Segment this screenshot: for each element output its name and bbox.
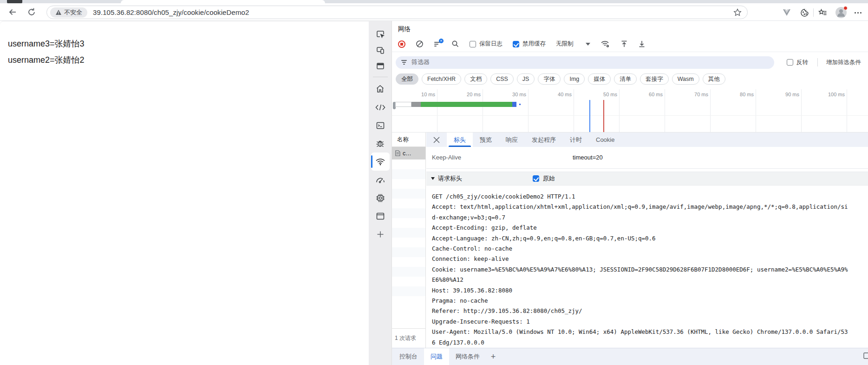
drawer-tab[interactable]: 网络条件 [449, 348, 486, 365]
raw-header-line: Host: 39.105.36.82:8080 [432, 285, 868, 296]
timeline-tick-label: 70 ms [694, 92, 708, 97]
request-headers-section-header[interactable]: 请求标头 原始 [426, 172, 868, 186]
detail-tab[interactable]: 计时 [563, 133, 589, 147]
favorites-hub-icon[interactable] [817, 7, 828, 18]
extensions-icon[interactable] [799, 7, 810, 18]
memory-icon[interactable] [371, 189, 390, 207]
site-security-badge[interactable]: 不安全 [50, 7, 87, 18]
disable-cache-checkbox[interactable] [513, 41, 519, 47]
timeline-tick-label: 40 ms [558, 92, 572, 97]
preserve-log-label[interactable]: 保留日志 [479, 40, 503, 48]
timeline-overview[interactable]: 10 ms20 ms30 ms40 ms50 ms60 ms70 ms80 ms… [392, 89, 868, 133]
request-type-chip[interactable]: CSS [490, 73, 514, 85]
address-bar[interactable]: 不安全 39.105.36.82:8080/ch05_zjy/cookie/co… [46, 6, 748, 19]
request-type-chip[interactable]: Wasm [672, 73, 699, 85]
clear-icon[interactable] [416, 40, 424, 48]
dock-side-icon[interactable] [863, 352, 868, 359]
request-type-chip[interactable]: 其他 [703, 73, 725, 85]
back-icon[interactable] [7, 7, 18, 18]
throttling-caret-icon[interactable] [586, 43, 590, 46]
close-detail-icon[interactable] [426, 133, 447, 147]
drawer-tab[interactable]: 问题 [424, 348, 449, 365]
detail-tab-bar: 标头预览响应发起程序计时Cookie [426, 133, 868, 147]
raw-header-line: d-exchange;v=b3;q=0.7 [432, 212, 868, 223]
raw-header-line: 6 Edg/137.0.0.0 [432, 338, 868, 348]
import-har-icon[interactable] [620, 40, 628, 48]
request-row-selected[interactable]: c… [392, 147, 425, 159]
invert-label[interactable]: 反转 [796, 59, 808, 66]
invert-checkbox[interactable] [787, 59, 793, 66]
request-count-status: 1 次请求 [392, 328, 426, 348]
more-tools-icon[interactable] [371, 225, 390, 243]
request-type-chip[interactable]: Fetch/XHR [422, 73, 461, 85]
device-emulation-icon[interactable] [371, 42, 390, 58]
record-network-log-button[interactable] [398, 40, 405, 48]
network-conditions-icon[interactable] [600, 40, 610, 48]
request-type-chip[interactable]: 套接字 [640, 73, 669, 85]
timeline-tick-label: 50 ms [603, 92, 617, 97]
home-icon[interactable] [371, 80, 390, 98]
timeline-segment: 10 ms [392, 89, 437, 133]
application-icon[interactable] [371, 207, 390, 225]
network-icon[interactable] [371, 153, 390, 171]
timeline-tick-label: 60 ms [649, 92, 663, 97]
raw-header-line: Referer: http://39.105.36.82:8080/ch05_z… [432, 306, 868, 316]
request-type-chip[interactable]: 清单 [614, 73, 637, 85]
bookmark-star-icon[interactable] [732, 7, 743, 18]
filter-input-icon [401, 59, 407, 66]
waterfall-download-segment [421, 102, 512, 107]
request-type-chip[interactable]: JS [517, 73, 535, 85]
content-area: username3=张婧怡3 username2=张婧怡2 [0, 21, 868, 365]
inspect-icon[interactable] [371, 27, 390, 42]
more-menu-icon[interactable] [852, 7, 863, 18]
timeline-segment: 40 ms [529, 89, 574, 133]
timeline-segment: 20 ms [437, 89, 483, 133]
vue-devtools-icon[interactable] [781, 7, 792, 18]
detail-tab[interactable]: Cookie [589, 133, 621, 147]
request-type-chip[interactable]: 全部 [396, 73, 418, 85]
add-drawer-tab-icon[interactable]: + [486, 348, 500, 365]
detail-tab[interactable]: 发起程序 [525, 133, 563, 147]
request-type-chip[interactable]: 文档 [464, 73, 487, 85]
network-panel: 网络 ✕ 保留日志 禁用缓存 无限制 [392, 21, 868, 365]
throttling-select[interactable]: 无限制 [556, 40, 574, 48]
timeline-ruler: 10 ms20 ms30 ms40 ms50 ms60 ms70 ms80 ms… [392, 89, 847, 133]
profile-avatar[interactable] [835, 7, 847, 18]
url-text[interactable]: 39.105.36.82:8080/ch05_zjy/cookie/cookie… [93, 8, 249, 16]
timeline-tick-label: 80 ms [740, 92, 754, 97]
console-icon[interactable] [371, 116, 390, 134]
request-type-chip[interactable]: Img [564, 73, 585, 85]
debugger-icon[interactable] [371, 134, 390, 153]
request-type-chip[interactable]: 字体 [538, 73, 561, 85]
sources-icon[interactable] [371, 98, 390, 116]
welcome-icon[interactable] [371, 58, 390, 74]
export-har-icon[interactable] [638, 40, 646, 48]
header-name: Keep-Alive [426, 154, 573, 168]
waterfall-tip-segment [512, 102, 516, 107]
drawer-tabs: 控制台问题网络条件 [393, 348, 486, 365]
more-filters-button[interactable]: 增加筛选条件 [826, 59, 861, 66]
request-waterfall-bar[interactable] [395, 102, 516, 107]
drawer-tab[interactable]: 控制台 [393, 348, 424, 365]
disable-cache-label[interactable]: 禁用缓存 [522, 40, 546, 48]
performance-icon[interactable] [371, 171, 390, 189]
request-type-chip[interactable]: 媒体 [588, 73, 611, 85]
detail-tab[interactable]: 预览 [473, 133, 499, 147]
timeline-segment: 30 ms [483, 89, 529, 133]
raw-headers-label[interactable]: 原始 [543, 174, 555, 183]
name-column-header[interactable]: 名称 [392, 133, 425, 147]
search-icon[interactable] [451, 40, 459, 48]
filter-row: 筛选器 反转 增加筛选条件 [392, 52, 868, 73]
reload-icon[interactable] [26, 7, 37, 18]
preserve-log-checkbox[interactable] [470, 41, 476, 47]
devtools-panel: 网络 ✕ 保留日志 禁用缓存 无限制 [369, 21, 868, 365]
waterfall-waiting-segment [395, 102, 411, 107]
detail-tab[interactable]: 标头 [447, 133, 473, 147]
detail-tab[interactable]: 响应 [499, 133, 525, 147]
filter-toggle-icon[interactable]: ✕ [434, 41, 441, 47]
collapse-caret-icon[interactable] [431, 177, 435, 180]
filter-input[interactable]: 筛选器 [396, 56, 774, 69]
raw-headers-checkbox[interactable] [533, 175, 539, 182]
timeline-tick-label: 20 ms [467, 92, 481, 97]
timeline-segment: 70 ms [665, 89, 711, 133]
